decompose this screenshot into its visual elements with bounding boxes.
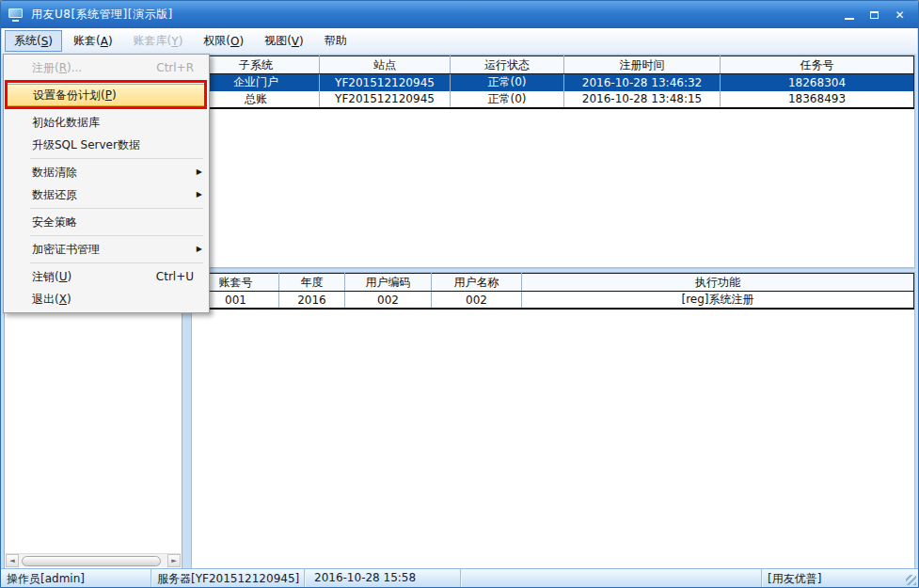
- label: 视图(: [264, 33, 292, 49]
- cell: 2016-10-28 13:46:32: [564, 74, 721, 91]
- app-window: 用友U8[系统管理][演示版] ✕ 系统(S) 账套(A) 账套库(Y) 权限(…: [0, 0, 919, 588]
- menubar-item-help[interactable]: 帮助: [315, 30, 357, 52]
- status-vendor: [用友优普]: [762, 569, 904, 587]
- menu-item-exit[interactable]: 退出(X): [4, 288, 209, 310]
- horizontal-scrollbar[interactable]: ◄ ►: [6, 553, 181, 567]
- cell: 18368493: [721, 91, 914, 108]
- shortcut-label: Ctrl+R: [156, 56, 194, 79]
- cell: 2016-10-28 13:48:15: [564, 91, 721, 108]
- mnemonic: Y: [171, 35, 178, 48]
- cell: 18268304: [721, 74, 914, 91]
- label: 账套库(: [134, 33, 172, 49]
- label: 帮助: [325, 33, 347, 49]
- table-row-selected[interactable]: 企业门户 YF201512120945 正常(0) 2016-10-28 13:…: [193, 74, 914, 91]
- cell: 002: [432, 292, 522, 310]
- maximize-button[interactable]: [862, 5, 887, 25]
- mnemonic: S: [41, 35, 49, 48]
- menubar-item-permissions[interactable]: 权限(O): [194, 30, 253, 52]
- mnemonic: P: [105, 88, 112, 102]
- label: 账套(: [73, 33, 101, 49]
- header-cell: 站点: [320, 56, 451, 74]
- submenu-arrow-icon: ▶: [197, 183, 202, 206]
- task-table-header-row: 账套号 年度 用户编码 用户名称 执行功能: [193, 274, 914, 292]
- menubar-item-account-lib: 账套库(Y): [124, 30, 193, 52]
- status-server: 服务器[YF201512120945]: [151, 569, 305, 587]
- cell: 正常(0): [451, 91, 564, 108]
- label: ): [67, 270, 71, 283]
- label: ): [48, 35, 53, 48]
- menu-separator: [30, 81, 203, 82]
- session-table: 子系统 站点 运行状态 注册时间 任务号 企业门户 YF201512120945…: [192, 56, 914, 109]
- session-table-header-row: 子系统 站点 运行状态 注册时间 任务号: [193, 56, 914, 74]
- scroll-right-button[interactable]: ►: [167, 554, 181, 567]
- scroll-left-icon: ◄: [9, 557, 14, 564]
- shortcut-label: Ctrl+U: [156, 265, 194, 288]
- label: 安全策略: [32, 215, 77, 229]
- minimize-icon: [845, 18, 854, 20]
- label: ): [179, 35, 183, 48]
- mnemonic: O: [230, 35, 239, 48]
- menu-separator: [30, 262, 203, 263]
- menubar-item-system[interactable]: 系统(S): [5, 30, 62, 52]
- label: ): [112, 88, 117, 102]
- header-cell: 运行状态: [451, 56, 564, 74]
- scroll-left-button[interactable]: ◄: [6, 554, 19, 567]
- minimize-button[interactable]: [836, 5, 862, 25]
- label: 数据还原: [32, 188, 77, 201]
- label: 注册(: [32, 61, 59, 74]
- label: ): [108, 35, 113, 48]
- cell: 正常(0): [451, 74, 564, 91]
- menubar-item-account[interactable]: 账套(A): [64, 30, 122, 52]
- label: 系统(: [14, 33, 41, 49]
- label: ): [299, 35, 304, 48]
- header-cell: 用户编码: [345, 274, 432, 292]
- mnemonic: R: [59, 61, 67, 74]
- status-datetime: 2016-10-28 15:58: [305, 569, 461, 587]
- maximize-icon: [870, 11, 879, 19]
- status-bar: 操作员[admin] 服务器[YF201512120945] 2016-10-2…: [1, 568, 918, 587]
- label: 权限(: [203, 33, 230, 49]
- table-row[interactable]: 001 2016 002 002 [reg]系统注册: [193, 292, 914, 310]
- close-button[interactable]: ✕: [887, 5, 912, 25]
- status-operator: 操作员[admin]: [1, 569, 151, 587]
- status-spacer: [461, 569, 762, 587]
- menu-item-backup-plan[interactable]: 设置备份计划(P): [6, 84, 207, 106]
- cell: 企业门户: [193, 74, 320, 91]
- label: ): [239, 35, 244, 48]
- task-pane: 账套号 年度 用户编码 用户名称 执行功能 001 2016 002 002 […: [191, 272, 915, 570]
- cell: 总账: [193, 91, 320, 108]
- title-bar: 用友U8[系统管理][演示版] ✕: [1, 1, 918, 28]
- menubar-item-view[interactable]: 视图(V): [255, 30, 313, 52]
- submenu-arrow-icon: ▶: [197, 161, 202, 183]
- menu-item-logout[interactable]: 注销(U) Ctrl+U: [4, 265, 209, 288]
- label: 初始化数据库: [32, 116, 100, 129]
- scroll-right-icon: ►: [171, 557, 176, 564]
- menu-item-upgrade-sql[interactable]: 升级SQL Server数据: [4, 134, 209, 156]
- header-cell: 年度: [279, 274, 345, 292]
- resize-grip[interactable]: [904, 569, 918, 587]
- session-pane: 子系统 站点 运行状态 注册时间 任务号 企业门户 YF201512120945…: [191, 55, 915, 268]
- menu-item-data-restore[interactable]: 数据还原 ▶: [4, 183, 209, 206]
- mnemonic: X: [59, 293, 67, 306]
- label: 设置备份计划(: [33, 88, 105, 102]
- label: 数据清除: [32, 166, 77, 179]
- cell: [reg]系统注册: [522, 292, 914, 310]
- menu-separator: [30, 208, 203, 209]
- task-table: 账套号 年度 用户编码 用户名称 执行功能 001 2016 002 002 […: [192, 273, 914, 310]
- menu-item-init-database[interactable]: 初始化数据库: [4, 111, 209, 134]
- label: 注销(: [32, 270, 59, 283]
- header-cell: 用户名称: [432, 274, 522, 292]
- label: 升级SQL Server数据: [32, 138, 140, 151]
- header-cell: 注册时间: [564, 56, 721, 74]
- menu-item-cert-manage[interactable]: 加密证书管理 ▶: [4, 238, 209, 261]
- cell: YF201512120945: [320, 74, 451, 91]
- menu-item-security-policy[interactable]: 安全策略: [4, 211, 209, 233]
- label: )...: [67, 61, 82, 74]
- cell: 002: [345, 292, 432, 310]
- window-title: 用友U8[系统管理][演示版]: [31, 7, 173, 23]
- cell: YF201512120945: [320, 91, 451, 108]
- table-row[interactable]: 总账 YF201512120945 正常(0) 2016-10-28 13:48…: [193, 91, 914, 108]
- scrollbar-thumb[interactable]: [22, 556, 161, 566]
- menu-item-register: 注册(R)... Ctrl+R: [4, 56, 209, 79]
- menu-item-data-clear[interactable]: 数据清除 ▶: [4, 161, 209, 183]
